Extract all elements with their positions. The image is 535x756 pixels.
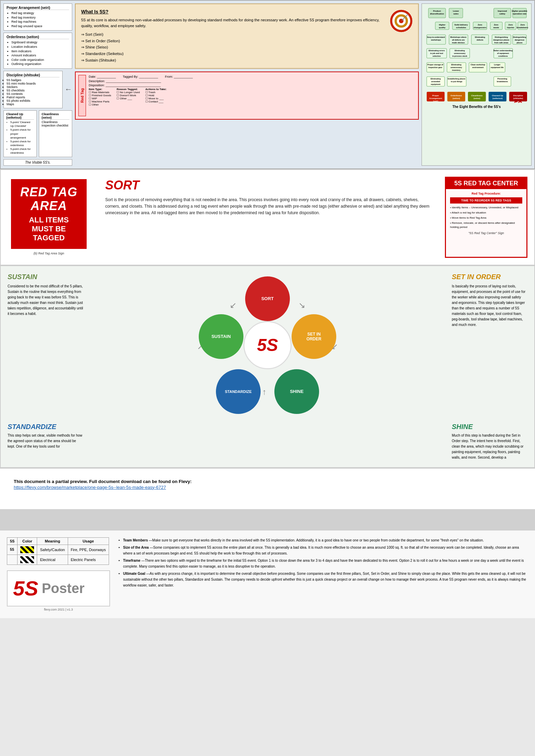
svg-text:Establishing places: Establishing places <box>448 78 465 80</box>
list-item-size: Size of the Area —Some companies opt to … <box>123 545 528 556</box>
svg-text:defects: defects <box>477 39 483 41</box>
svg-text:in job and tool: in job and tool <box>430 52 443 54</box>
what-is-5s-intro: 5S at its core is about removing non-val… <box>81 17 413 29</box>
page: Proper Arrangement (seiri) Red tag strat… <box>0 0 535 618</box>
proc-3: Move items to Red Tag Area <box>452 216 486 219</box>
proper-arrangement-title: Proper Arrangement (seiri) <box>7 6 69 10</box>
hold-action: ☐ Hold <box>145 94 154 97</box>
center-5s-label: 5S <box>257 335 278 355</box>
preview-link[interactable]: https://flevy.com/browse/marketplace/one… <box>14 485 166 490</box>
preview-text: This document is a partial preview. Full… <box>14 479 521 484</box>
petal-shine-label: SHINE <box>290 389 304 394</box>
form-reason-label: Reason Tagged: <box>117 88 138 91</box>
sort-title: SORT <box>105 178 430 193</box>
machine-parts: ☐ Machine Parts <box>89 100 109 103</box>
svg-text:places: places <box>516 42 522 44</box>
top-middle-right: What Is 5S? 5S at its core is about remo… <box>75 3 419 166</box>
move-to: ☐ Move to ___ <box>145 97 164 100</box>
list-item: Signboard strategy <box>11 40 69 45</box>
form-from-label: From: ___________ <box>165 75 193 78</box>
cleaned-up-list: 5-point 'Cleaned Up Checklist' 5-point c… <box>6 120 34 155</box>
svg-text:Eliminating: Eliminating <box>455 50 465 52</box>
benefits-title: Product diversification Lower sales Impr… <box>425 7 528 103</box>
set-in-order-text: Is basically the process of laying out t… <box>452 284 527 328</box>
sustain-description: SUSTAIN Considered to be the most diffic… <box>8 273 83 317</box>
benefits-footer-title: The Eight Benefits of the 5S's <box>425 105 528 109</box>
rtc-proc-item: • Move items to Red Tag Area <box>450 216 522 220</box>
list-item-ultimate-goal: Ultimate Goal —As with any process chang… <box>123 571 528 588</box>
bullet-text-goal: —As with any process change, it is impor… <box>123 572 526 587</box>
rtc-proc-item: • Identify Items – Unnecessary, Unneeded… <box>450 206 522 210</box>
svg-text:Higher possible: Higher possible <box>512 10 527 12</box>
rtc-proc-item: • Remove, relocate, or discard items aft… <box>450 221 522 229</box>
rtc-title: 5S RED TAG CENTER <box>446 178 526 189</box>
svg-text:(seiso): (seiso) <box>473 97 480 99</box>
form-date-label: Date: ___________ <box>89 75 116 78</box>
rtc-caption: "5S Red Tag Center" Sign <box>450 231 522 235</box>
standardize-text: This step helps set clear, visible metho… <box>8 433 83 449</box>
svg-text:Higher: Higher <box>439 24 446 26</box>
svg-text:Workshops where: Workshops where <box>450 36 466 38</box>
shine-text: Much of this step is handled during the … <box>452 433 527 460</box>
svg-text:(shitsuke): (shitsuke) <box>513 97 523 99</box>
svg-text:Improved: Improved <box>498 10 507 12</box>
tape-meaning-electrical: Electrical <box>37 555 68 565</box>
target-icon <box>389 9 413 33</box>
red-tag-center-box: 5S RED TAG CENTER Red Tag Procedure: TIM… <box>445 177 527 258</box>
benefits-title-text: The Eight Benefits of the 5S's <box>452 105 501 109</box>
svg-text:(seiketsui): (seiketsui) <box>492 97 503 99</box>
contact: ☐ Contact ___ <box>145 100 163 103</box>
visible-5s-label: The Visible 5S's. <box>3 159 72 166</box>
5s-steps-list: Sort (Seiri) Set in Order (Seiton) Shine… <box>81 31 413 63</box>
svg-text:Eliminating: Eliminating <box>451 64 461 66</box>
list-item: 5S checklists <box>7 89 59 92</box>
step-standardize: Standardize (Seiketsu) <box>81 51 413 57</box>
bottom-right: Team Members —Make sure to get everyone … <box>117 537 528 611</box>
svg-text:Zero: Zero <box>478 24 482 26</box>
logo-5s-poster: 5S Poster <box>7 570 110 606</box>
svg-text:Proper storage of: Proper storage of <box>427 64 443 66</box>
svg-text:Lower: Lower <box>453 10 459 12</box>
tape-col-header-1: 5S <box>7 537 18 545</box>
form-reason-section: Reason Tagged: ☐ No Longer Used ☐ Doesn'… <box>117 88 140 106</box>
svg-text:equipment: equipment <box>431 83 440 85</box>
rtc-time-label: TIME TO REORDER 5S RED TAGS <box>450 197 522 204</box>
form-disposition: Disposition: ___________________________… <box>89 84 415 87</box>
top-left-column: Proper Arrangement (seiri) Red tag strat… <box>3 3 72 166</box>
svg-text:quality: quality <box>439 26 446 29</box>
list-item: Color code organization <box>11 58 69 62</box>
proc-2: Attach a red tag for situation <box>452 211 486 214</box>
list-item: Patrol reports <box>7 96 59 99</box>
tape-usage-fire: Fire, PPE, Doorways <box>68 545 109 555</box>
gray-spacer <box>0 509 535 530</box>
list-item: Outlining organization <box>11 62 69 66</box>
trash-action: ☐ Trash <box>145 91 155 94</box>
list-item-team-members: Team Members —Make sure to get everyone … <box>123 537 528 543</box>
red-tag-section: RED TAG AREA ALL ITEMS MUST BE TAGGED (b… <box>0 169 535 265</box>
orderliness-title: Orderliness (seiton) <box>7 35 69 39</box>
svg-text:unneeded: unneeded <box>431 80 440 83</box>
list-item: 5S badges <box>7 78 59 82</box>
bullet-label-goal: Ultimate Goal <box>123 572 145 576</box>
cleaned-up-title: Cleaned Up (seiketsui) <box>6 112 34 120</box>
list-item-timeframe: Timeframe —There are two options with re… <box>123 558 528 569</box>
svg-text:in-process stock: in-process stock <box>452 55 468 57</box>
svg-text:waste: waste <box>493 26 499 29</box>
svg-text:from safe areas: from safe areas <box>494 42 509 44</box>
other: ☐ Other <box>89 103 99 106</box>
finished-goods: ☐ Finished Goods <box>89 94 111 97</box>
wip: ☐ WIP <box>89 97 97 100</box>
svg-text:of equipment: of equipment <box>497 52 509 54</box>
petal-sustain: SUSTAIN <box>199 314 243 359</box>
proper-arrangement-list: Red tag strategy Red tag inventory Red t… <box>7 11 69 28</box>
petal-standardize-label: STANDARDIZE <box>225 390 252 394</box>
svg-text:Easy-to-understand: Easy-to-understand <box>427 36 445 38</box>
rtc-subtitle: Red Tag Procedure: <box>450 192 522 195</box>
sustain-text: Considered to be the most difficult of t… <box>8 284 83 317</box>
svg-text:Eliminating errors: Eliminating errors <box>428 50 445 52</box>
arrow-top-left-icon: ↙ <box>230 300 237 310</box>
doesnt-work: ☐ Doesn't Work <box>117 94 136 97</box>
discipline-title: Discipline (shitsuke) <box>7 73 59 77</box>
step-sustain: Sustain (Shitsuke) <box>81 57 413 64</box>
svg-text:environment: environment <box>472 66 483 68</box>
